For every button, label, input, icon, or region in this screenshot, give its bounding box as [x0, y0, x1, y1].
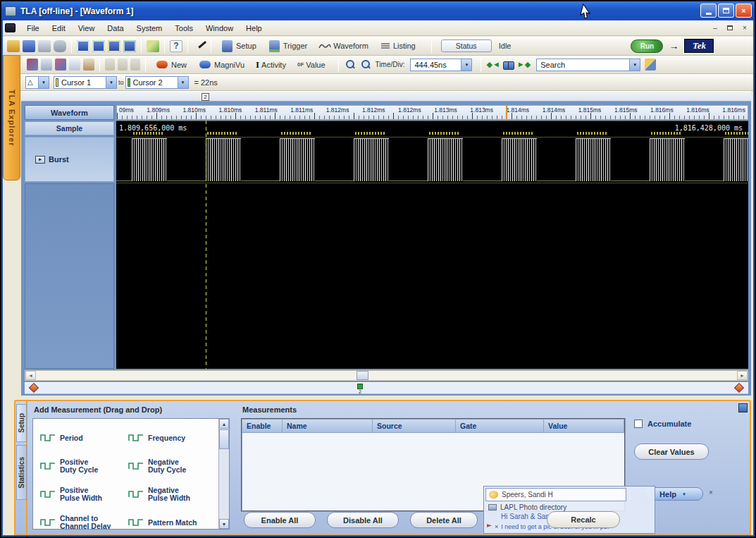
window-waveform-icon[interactable] — [108, 40, 120, 52]
menu-item[interactable]: Edit — [46, 22, 72, 35]
chevron-down-icon[interactable]: ▼ — [629, 59, 640, 71]
measurement-item[interactable]: NegativePulse Width — [128, 480, 216, 508]
recalc-button[interactable]: Recalc — [547, 511, 620, 528]
measurement-item[interactable]: Channel toChannel Delay — [40, 508, 128, 529]
tab-setup[interactable]: Setup — [16, 404, 27, 442]
accumulate-option[interactable]: Accumulate — [634, 420, 691, 428]
menu-item[interactable]: Tools — [168, 22, 199, 35]
burst-row-label[interactable]: ▸ Burst — [25, 137, 114, 182]
waveform-plot-area[interactable]: 1.809,656,000 ms 1,816,428,000 ms — [116, 121, 748, 369]
cursor1-selector[interactable]: Cursor 1 ▼ — [54, 76, 117, 89]
scroll-down-icon[interactable]: ▼ — [219, 519, 229, 529]
waveform-header-button[interactable]: Waveform — [25, 105, 114, 120]
column-header[interactable]: Gate — [456, 420, 544, 433]
help-icon[interactable]: ? — [170, 40, 182, 52]
overview-marker[interactable]: 2 — [202, 93, 209, 101]
scroll-right-icon[interactable]: ► — [737, 371, 748, 380]
scroll-up-icon[interactable]: ▲ — [219, 419, 229, 429]
chevron-down-icon[interactable]: ▼ — [682, 492, 686, 496]
portfolio-icon[interactable] — [83, 59, 94, 71]
search-combo[interactable]: Search ▼ — [536, 59, 640, 71]
column-header[interactable]: Source — [373, 420, 456, 433]
column-header[interactable]: Name — [283, 420, 373, 433]
cursor2-line[interactable] — [206, 121, 206, 369]
disable-all-button[interactable]: Disable All — [327, 512, 399, 528]
measurement-item[interactable]: Frequency — [128, 424, 216, 452]
dismiss-icon[interactable]: × — [495, 523, 498, 530]
value-button[interactable]: 0F Value — [297, 61, 331, 69]
pointer-tool-icon[interactable] — [193, 40, 206, 52]
window-trigger-icon[interactable] — [92, 40, 105, 52]
horizontal-scrollbar[interactable]: ◄ ► — [25, 370, 748, 381]
scroll-left-icon[interactable]: ◄ — [25, 371, 36, 380]
copy-icon[interactable] — [118, 59, 128, 71]
column-header[interactable]: Value — [544, 420, 624, 433]
measurement-item[interactable]: Period — [40, 424, 128, 452]
new-datawindow-button[interactable]: New — [155, 61, 192, 69]
chevron-down-icon[interactable]: ▼ — [38, 77, 49, 88]
timediv-combo[interactable]: 444.45ns ▼ — [410, 59, 472, 71]
print-icon[interactable] — [38, 40, 51, 52]
zoom-in-icon[interactable] — [360, 59, 371, 71]
run-button[interactable]: Run — [631, 39, 663, 53]
menu-item[interactable]: Help — [240, 22, 268, 35]
list-scroll-thumb[interactable] — [219, 429, 229, 449]
measurement-item[interactable]: PositiveDuty Cycle — [40, 452, 128, 480]
list-scrollbar[interactable]: ▲ ▼ — [218, 419, 229, 529]
document-icon[interactable] — [5, 23, 16, 32]
listing-button[interactable]: Listing — [380, 42, 421, 50]
search-options-icon[interactable] — [645, 59, 656, 71]
paste-icon[interactable] — [130, 59, 140, 71]
child-close-button[interactable]: × — [738, 23, 751, 33]
menu-item[interactable]: File — [20, 22, 46, 35]
tab-statistics[interactable]: Statistics — [16, 445, 27, 500]
drawing-tool-icon[interactable] — [69, 59, 80, 71]
burst-expand-icon[interactable]: ▸ — [35, 156, 45, 164]
setup-button[interactable]: Setup — [221, 40, 262, 52]
menu-item[interactable]: Window — [199, 22, 240, 35]
flag-icon[interactable] — [487, 524, 492, 530]
column-header[interactable]: Enable — [242, 420, 283, 433]
child-restore-button[interactable] — [724, 23, 736, 33]
enable-all-button[interactable]: Enable All — [244, 512, 316, 528]
panel-collapse-button[interactable] — [738, 403, 748, 412]
module-icon[interactable] — [41, 59, 52, 71]
zoom-out-icon[interactable] — [345, 59, 356, 71]
measurement-item[interactable]: NegativeDuty Cycle — [128, 452, 216, 480]
delta-time-button[interactable]: △ ▼ — [25, 76, 49, 89]
clear-values-button[interactable]: Clear Values — [634, 444, 709, 460]
window-setup-icon[interactable] — [77, 40, 89, 52]
tla-explorer-tab[interactable]: TLA Explorer — [3, 55, 20, 181]
search-back-icon[interactable]: ◆◄ — [486, 60, 500, 69]
cursor2-selector[interactable]: Cursor 2 ▼ — [125, 76, 189, 89]
left-marker-icon[interactable] — [29, 383, 39, 393]
window-listing-icon[interactable] — [123, 40, 136, 52]
measurement-item[interactable]: PositivePulse Width — [40, 480, 128, 508]
trigger-button[interactable]: Trigger — [268, 40, 313, 52]
help-close-icon[interactable]: × — [709, 489, 713, 496]
chevron-down-icon[interactable]: ▼ — [178, 77, 188, 88]
search-binoculars-icon[interactable] — [503, 60, 514, 70]
title-bar[interactable]: TLA [off-line] - [Waveform 1] × — [1, 1, 755, 20]
right-marker-icon[interactable] — [734, 383, 744, 393]
sample-row-label[interactable]: Sample — [25, 121, 114, 135]
activity-button[interactable]: I Activity — [256, 59, 292, 71]
time-ruler[interactable]: 09ms1.809ms1.810ms1.810ms1.811ms1.811ms1… — [116, 105, 748, 120]
marker-track[interactable]: 2 — [25, 382, 748, 394]
child-minimize-button[interactable]: – — [709, 23, 721, 33]
overview-ruler[interactable]: 2 — [21, 91, 751, 102]
close-button[interactable]: × — [736, 4, 752, 18]
menu-item[interactable]: View — [72, 22, 101, 35]
accumulate-checkbox[interactable] — [634, 420, 643, 428]
open-icon[interactable] — [7, 40, 20, 52]
delete-all-button[interactable]: Delete All — [410, 512, 478, 528]
menu-item[interactable]: System — [130, 22, 169, 35]
chevron-down-icon[interactable]: ▼ — [106, 77, 116, 88]
system-tree-icon[interactable] — [27, 59, 38, 71]
default-system-icon[interactable] — [54, 40, 66, 52]
probe-icon[interactable] — [147, 40, 159, 52]
status-button[interactable]: Status — [441, 39, 492, 52]
menu-item[interactable]: Data — [101, 22, 130, 35]
save-icon[interactable] — [23, 40, 35, 52]
waveform-button[interactable]: Waveform — [318, 42, 374, 50]
